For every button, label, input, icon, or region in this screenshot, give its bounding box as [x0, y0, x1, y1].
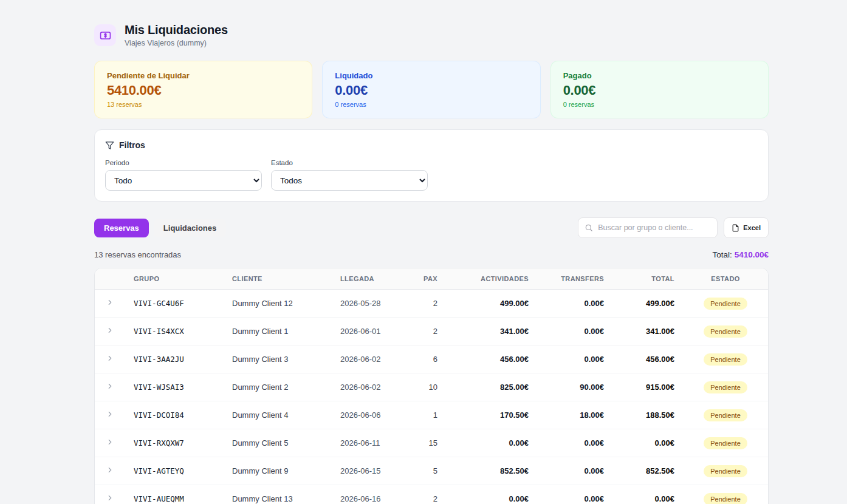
cell-actividades: 456.00€	[445, 346, 536, 373]
expand-row-icon[interactable]	[106, 382, 114, 390]
cell-llegada: 2026-06-11	[333, 429, 405, 457]
table-row[interactable]: VIVI-GC4U6F Dummy Client 12 2026-05-28 2…	[95, 290, 769, 318]
periodo-select[interactable]: Todo	[105, 170, 262, 191]
estado-select[interactable]: Todos	[271, 170, 428, 191]
table-header-row: GRUPO CLIENTE LLEGADA PAX ACTIVIDADES TR…	[95, 268, 769, 290]
status-badge: Pendiente	[704, 298, 747, 310]
col-expand	[95, 268, 126, 290]
total: Total:5410.00€	[712, 250, 769, 259]
status-badge: Pendiente	[704, 437, 747, 449]
cell-pax: 2	[405, 290, 445, 318]
tab-liquidaciones[interactable]: Liquidaciones	[154, 219, 226, 237]
periodo-label: Periodo	[105, 159, 262, 166]
card-value: 5410.00€	[107, 83, 300, 98]
cell-llegada: 2026-06-02	[333, 346, 405, 373]
table-row[interactable]: VIVI-3AA2JU Dummy Client 3 2026-06-02 6 …	[95, 346, 769, 373]
page-header: Mis Liquidaciones Viajes Viajeros (dummy…	[94, 23, 769, 47]
summary-cards: Pendiente de Liquidar 5410.00€ 13 reserv…	[94, 61, 769, 118]
cell-grupo: VIVI-IS4XCX	[126, 318, 225, 346]
col-grupo: GRUPO	[126, 268, 225, 290]
cell-grupo: VIVI-GC4U6F	[126, 290, 225, 318]
cell-pax: 2	[405, 485, 445, 504]
expand-row-icon[interactable]	[106, 494, 114, 502]
expand-row-icon[interactable]	[106, 354, 114, 363]
cell-cliente: Dummy Client 1	[225, 318, 333, 346]
table-row[interactable]: VIVI-AUEQMM Dummy Client 13 2026-06-16 2…	[95, 485, 769, 504]
search-box	[578, 217, 718, 238]
total-value: 5410.00€	[735, 250, 769, 259]
summary-card-pendiente: Pendiente de Liquidar 5410.00€ 13 reserv…	[94, 61, 312, 118]
cell-llegada: 2026-06-15	[333, 457, 405, 485]
cell-llegada: 2026-06-01	[333, 318, 405, 346]
money-icon	[94, 24, 116, 46]
tab-reservas[interactable]: Reservas	[94, 219, 149, 237]
cell-total: 852.50€	[611, 457, 682, 485]
cell-cliente: Dummy Client 5	[225, 429, 333, 457]
cell-pax: 10	[405, 373, 445, 401]
filters-row: Periodo Todo Estado Todos	[105, 159, 758, 191]
page-title: Mis Liquidaciones	[125, 23, 228, 37]
cell-grupo: VIVI-AUEQMM	[126, 485, 225, 504]
cell-llegada: 2026-05-28	[333, 290, 405, 318]
page-header-text: Mis Liquidaciones Viajes Viajeros (dummy…	[125, 23, 228, 47]
search-input[interactable]	[598, 223, 711, 232]
cell-actividades: 852.50€	[445, 457, 536, 485]
card-sub: 0 reservas	[563, 101, 756, 108]
cell-llegada: 2026-06-02	[333, 373, 405, 401]
cell-grupo: VIVI-DCOI84	[126, 401, 225, 429]
cell-llegada: 2026-06-06	[333, 401, 405, 429]
cell-total: 188.50€	[611, 401, 682, 429]
table-row[interactable]: VIVI-AGTEYQ Dummy Client 9 2026-06-15 5 …	[95, 457, 769, 485]
excel-button[interactable]: Excel	[724, 217, 769, 238]
toolbar: Reservas Liquidaciones Excel	[94, 217, 769, 238]
cell-transfers: 0.00€	[536, 290, 611, 318]
expand-row-icon[interactable]	[106, 326, 114, 335]
expand-row-icon[interactable]	[106, 410, 114, 418]
filters-title-label: Filtros	[119, 140, 145, 150]
toolbar-right: Excel	[578, 217, 769, 238]
page-subtitle: Viajes Viajeros (dummy)	[125, 39, 228, 47]
table-row[interactable]: VIVI-RXQXW7 Dummy Client 5 2026-06-11 15…	[95, 429, 769, 457]
col-llegada: LLEGADA	[333, 268, 405, 290]
filter-funnel-icon	[105, 141, 114, 150]
status-badge: Pendiente	[704, 409, 747, 421]
cell-total: 0.00€	[611, 485, 682, 504]
cell-total: 341.00€	[611, 318, 682, 346]
card-value: 0.00€	[335, 83, 527, 98]
cell-transfers: 0.00€	[536, 346, 611, 373]
expand-row-icon[interactable]	[106, 466, 114, 474]
cell-actividades: 341.00€	[445, 318, 536, 346]
col-cliente: CLIENTE	[225, 268, 333, 290]
status-badge: Pendiente	[704, 325, 747, 338]
cell-actividades: 0.00€	[445, 429, 536, 457]
cell-transfers: 0.00€	[536, 318, 611, 346]
status-badge: Pendiente	[704, 493, 747, 504]
expand-row-icon[interactable]	[106, 298, 114, 307]
table-row[interactable]: VIVI-DCOI84 Dummy Client 4 2026-06-06 1 …	[95, 401, 769, 429]
col-actividades: ACTIVIDADES	[445, 268, 536, 290]
cell-transfers: 0.00€	[536, 457, 611, 485]
filters-panel: Filtros Periodo Todo Estado Todos	[94, 129, 769, 202]
cell-actividades: 825.00€	[445, 373, 536, 401]
card-sub: 13 reservas	[107, 101, 300, 108]
total-label: Total:	[712, 250, 732, 259]
card-value: 0.00€	[563, 83, 756, 98]
table-row[interactable]: VIVI-IS4XCX Dummy Client 1 2026-06-01 2 …	[95, 318, 769, 346]
results-row: 13 reservas encontradas Total:5410.00€	[94, 250, 769, 259]
summary-card-pagado: Pagado 0.00€ 0 reservas	[550, 61, 769, 118]
excel-label: Excel	[743, 224, 761, 231]
cell-cliente: Dummy Client 2	[225, 373, 333, 401]
status-badge: Pendiente	[704, 353, 747, 366]
cell-transfers: 18.00€	[536, 401, 611, 429]
cell-pax: 2	[405, 318, 445, 346]
cell-cliente: Dummy Client 3	[225, 346, 333, 373]
page: Mis Liquidaciones Viajes Viajeros (dummy…	[94, 0, 769, 504]
cell-total: 499.00€	[611, 290, 682, 318]
filters-title: Filtros	[105, 140, 758, 150]
table-row[interactable]: VIVI-WJSAI3 Dummy Client 2 2026-06-02 10…	[95, 373, 769, 401]
cell-grupo: VIVI-WJSAI3	[126, 373, 225, 401]
col-pax: PAX	[405, 268, 445, 290]
cell-grupo: VIVI-AGTEYQ	[126, 457, 225, 485]
cell-pax: 5	[405, 457, 445, 485]
expand-row-icon[interactable]	[106, 438, 114, 446]
